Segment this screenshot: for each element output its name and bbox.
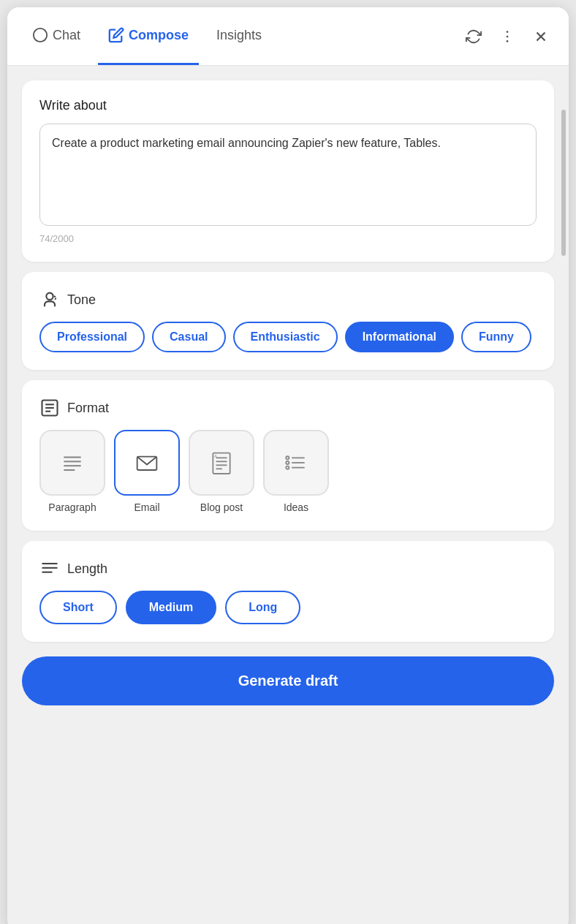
format-blog-post[interactable]: A Blog post [189,430,254,513]
char-count: 74/2000 [39,233,537,244]
generate-draft-button[interactable]: Generate draft [22,656,554,705]
scrollbar-thumb[interactable] [561,110,566,256]
refresh-button[interactable] [461,23,487,50]
header-actions [461,23,554,50]
format-label: Format [67,401,109,416]
format-header: Format [39,398,537,418]
format-icon [39,398,60,418]
svg-point-26 [286,466,289,469]
tone-informational[interactable]: Informational [345,322,454,352]
length-label: Length [67,561,107,577]
tone-casual[interactable]: Casual [152,322,225,352]
tone-funny[interactable]: Funny [461,322,531,352]
more-options-button[interactable] [494,23,520,50]
length-buttons: Short Medium Long [39,591,537,624]
format-blog-post-box: A [189,430,254,496]
format-card: Format Paragraph [22,380,554,531]
tab-insights-label: Insights [216,28,262,43]
compose-icon [108,27,124,43]
tab-chat-label: Chat [53,28,80,43]
scrollbar-track [561,66,566,924]
svg-point-1 [507,31,509,33]
length-icon [39,558,60,579]
format-ideas-label: Ideas [284,501,308,513]
tab-bar: Chat Compose Insights [7,7,569,66]
svg-point-2 [507,35,509,37]
format-email-box [114,430,180,496]
format-paragraph-box [39,430,105,496]
tone-buttons: Professional Casual Enthusiastic Informa… [39,322,537,352]
tone-professional[interactable]: Professional [39,322,145,352]
svg-point-3 [507,40,509,42]
length-medium[interactable]: Medium [126,591,216,624]
svg-point-24 [286,461,289,464]
svg-text:A: A [214,454,217,458]
close-button[interactable] [528,23,554,50]
chat-icon [32,27,48,43]
format-ideas-box [263,430,329,496]
format-ideas[interactable]: Ideas [263,430,329,513]
svg-point-22 [286,456,289,459]
tone-label: Tone [67,292,96,308]
format-email-label: Email [134,501,159,513]
length-long[interactable]: Long [225,591,300,624]
app-window: Chat Compose Insights [7,7,569,924]
format-options: Paragraph Email [39,430,537,513]
write-about-card: Write about Create a product marketing e… [22,80,554,262]
format-blog-post-label: Blog post [200,501,243,513]
tab-insights[interactable]: Insights [206,7,272,65]
write-about-input[interactable]: Create a product marketing email announc… [39,124,537,226]
length-short[interactable]: Short [39,591,117,624]
svg-point-6 [46,293,53,300]
tone-header: Tone [39,289,537,310]
format-paragraph[interactable]: Paragraph [39,430,105,513]
length-header: Length [39,558,537,579]
write-about-label: Write about [39,98,537,113]
tone-card: Tone Professional Casual Enthusiastic In… [22,272,554,370]
format-email[interactable]: Email [114,430,180,513]
tab-compose[interactable]: Compose [98,7,199,65]
tone-enthusiastic[interactable]: Enthusiastic [233,322,338,352]
format-paragraph-label: Paragraph [48,501,96,513]
tab-chat[interactable]: Chat [22,7,91,65]
length-card: Length Short Medium Long [22,541,554,642]
tab-compose-label: Compose [129,28,189,43]
tone-icon [39,289,60,310]
content-area: Write about Create a product marketing e… [7,66,569,656]
